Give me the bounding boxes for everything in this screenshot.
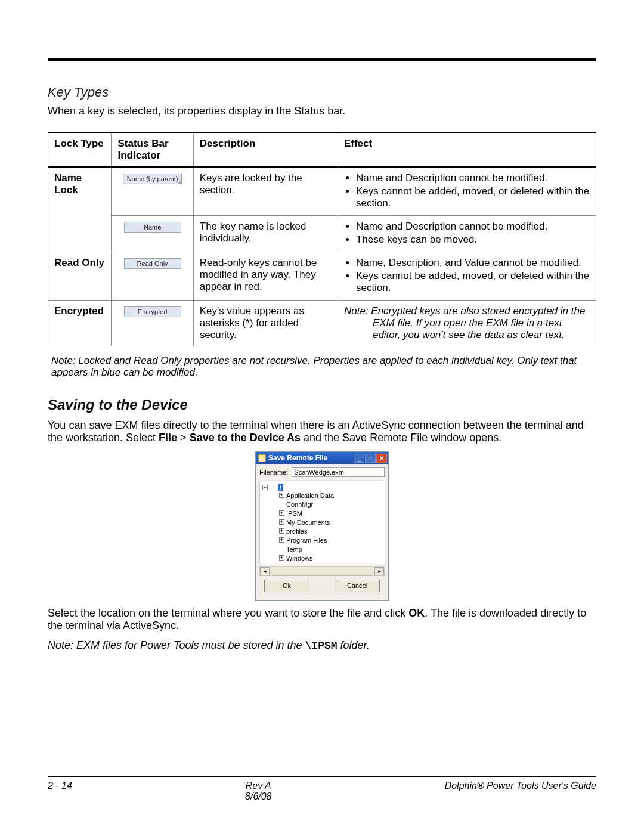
- cell-encrypted: Encrypted: [54, 305, 104, 317]
- expander-icon[interactable]: −: [262, 485, 268, 490]
- menu-save-device-as: Save to the Device As: [190, 432, 301, 444]
- cell-read-only: Read Only: [54, 257, 104, 268]
- tree-item-label: Temp: [286, 546, 302, 553]
- ok-button[interactable]: Ok: [264, 580, 309, 592]
- cell-desc: Key's value appears as asterisks (*) for…: [193, 301, 338, 346]
- th-status-bar: Status Bar Indicator: [112, 132, 193, 167]
- status-indicator-encrypted: Encrypted: [124, 306, 181, 317]
- th-effect: Effect: [338, 132, 596, 167]
- table-row: Read Only Read Only Read-only keys canno…: [48, 252, 596, 301]
- status-indicator-read-only: Read Only: [124, 258, 181, 269]
- tree-item[interactable]: +IPSM: [271, 509, 382, 518]
- tree-item[interactable]: Temp: [271, 544, 382, 553]
- status-indicator-name: Name: [124, 222, 181, 233]
- saving-body: You can save EXM files directly to the t…: [48, 419, 596, 444]
- effect-list: Name, Description, and Value cannot be m…: [344, 257, 590, 294]
- effect-item: Keys cannot be added, moved, or deleted …: [356, 270, 590, 294]
- expander-icon: [279, 546, 284, 552]
- expander-icon[interactable]: +: [279, 493, 284, 498]
- horizontal-scrollbar[interactable]: ◂ ▸: [259, 566, 385, 576]
- expander-icon[interactable]: +: [279, 528, 284, 534]
- cell-desc: Keys are locked by the section.: [193, 167, 338, 216]
- expander-icon[interactable]: +: [279, 537, 284, 543]
- tree-item[interactable]: +My Documents: [271, 518, 382, 527]
- tree-item[interactable]: +Program Files: [271, 535, 382, 544]
- effect-list: Name and Description cannot be modified.…: [344, 221, 590, 246]
- cell-desc: Read-only keys cannot be modified in any…: [193, 252, 338, 301]
- note-ipsm: Note: EXM files for Power Tools must be …: [48, 639, 596, 652]
- lock-types-table: Lock Type Status Bar Indicator Descripti…: [48, 132, 596, 346]
- tree-item-label: Windows: [286, 555, 313, 562]
- page-footer: 2 - 14 Rev A 8/6/08 Dolphin® Power Tools…: [48, 776, 596, 802]
- note-locked-readonly: Note: Locked and Read Only properties ar…: [48, 355, 596, 379]
- menu-file: File: [159, 432, 177, 444]
- footer-date: 8/6/08: [72, 791, 445, 802]
- effect-item: Keys cannot be added, moved, or deleted …: [356, 185, 590, 209]
- table-row: Encrypted Encrypted Key's value appears …: [48, 301, 596, 346]
- expander-icon: [279, 501, 284, 507]
- effect-item: Name, Description, and Value cannot be m…: [356, 257, 590, 269]
- tree-item[interactable]: +Windows: [271, 553, 382, 562]
- table-row: Name Lock Name (by parent) Keys are lock…: [48, 167, 596, 216]
- filename-input[interactable]: [292, 467, 385, 477]
- tree-item-label: IPSM: [286, 510, 302, 517]
- cell-desc: The key name is locked individually.: [193, 216, 338, 252]
- scroll-right-icon[interactable]: ▸: [374, 567, 384, 575]
- cancel-button[interactable]: Cancel: [335, 580, 380, 592]
- save-remote-file-dialog: Save Remote File _ □ ✕ Filename: − \: [255, 451, 389, 601]
- effect-note: Note: Encrypted keys are also stored enc…: [344, 305, 590, 341]
- table-row: Name The key name is locked individually…: [48, 216, 596, 252]
- close-button[interactable]: ✕: [376, 454, 387, 463]
- tree-item-label: Application Data: [286, 492, 334, 499]
- footer-rev: Rev A: [72, 781, 445, 791]
- tree-item[interactable]: ConnMgr: [271, 500, 382, 509]
- tree-root[interactable]: \: [278, 484, 283, 491]
- after-dialog-text: Select the location on the terminal wher…: [48, 607, 596, 632]
- th-lock-type: Lock Type: [48, 132, 112, 167]
- tree-item[interactable]: +profiles: [271, 527, 382, 535]
- effect-item: These keys can be moved.: [356, 234, 590, 246]
- maximize-button[interactable]: □: [365, 454, 376, 463]
- filename-label: Filename:: [259, 469, 288, 476]
- section-title-key-types: Key Types: [48, 85, 596, 100]
- footer-page-number: 2 - 14: [48, 781, 72, 791]
- expander-icon[interactable]: +: [279, 510, 284, 516]
- folder-tree[interactable]: − \ +Application DataConnMgr+IPSM+My Doc…: [259, 481, 385, 564]
- footer-doc-title: Dolphin® Power Tools User's Guide: [445, 781, 596, 791]
- tree-item[interactable]: +Application Data: [271, 491, 382, 500]
- tree-item-label: My Documents: [286, 519, 330, 526]
- effect-item: Name and Description cannot be modified.: [356, 221, 590, 233]
- scroll-left-icon[interactable]: ◂: [260, 567, 270, 575]
- minimize-button[interactable]: _: [354, 454, 364, 463]
- effect-item: Name and Description cannot be modified.: [356, 172, 590, 184]
- status-indicator-name-by-parent: Name (by parent): [123, 174, 182, 184]
- tree-item-label: ConnMgr: [286, 501, 313, 508]
- ok-inline: OK: [408, 607, 425, 619]
- expander-icon[interactable]: +: [279, 555, 284, 561]
- cell-name-lock: Name Lock: [54, 172, 82, 196]
- effect-list: Name and Description cannot be modified.…: [344, 172, 590, 209]
- th-description: Description: [193, 132, 338, 167]
- tree-item-label: profiles: [286, 528, 307, 535]
- dialog-title-text: Save Remote File: [268, 454, 327, 462]
- section-title-saving: Saving to the Device: [48, 397, 596, 413]
- section-intro: When a key is selected, its properties d…: [48, 105, 596, 117]
- tree-item-label: Program Files: [286, 537, 327, 544]
- top-rule: [48, 58, 596, 61]
- dialog-titlebar: Save Remote File _ □ ✕: [256, 452, 388, 464]
- dialog-icon: [258, 454, 266, 462]
- expander-icon[interactable]: +: [279, 519, 284, 525]
